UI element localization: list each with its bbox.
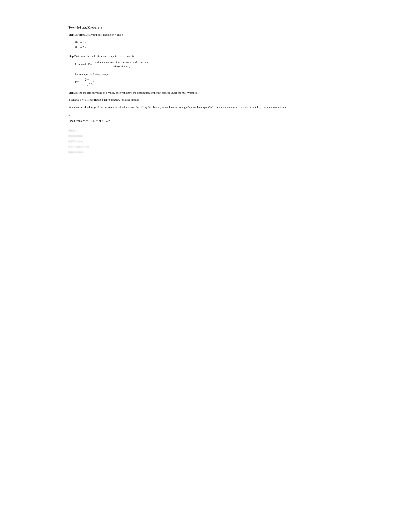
blurred-section: Step 4: ... Decision Rule: If |Zact| > c… bbox=[68, 128, 343, 154]
general-numerator: estimator – mean of the estimator under … bbox=[94, 61, 149, 64]
step3-label: Step 3 bbox=[68, 91, 76, 94]
h0-hypothesis: H0: μY = μ0 bbox=[75, 39, 343, 44]
h1-hypothesis: H1: μY ≠ μ0 bbox=[75, 44, 343, 49]
general-formula: In general, Z = estimator – mean of the … bbox=[75, 61, 343, 68]
step3-text: ) Find the critical values or p-value, o… bbox=[76, 91, 199, 94]
z-act-fraction: Y act − μ0 σy / √n bbox=[84, 78, 95, 86]
equals-sign: = bbox=[80, 81, 82, 84]
step1-heading: Step 1) Formulate Hypothesis, Decide on … bbox=[68, 33, 343, 37]
sigma-squared: σ2 bbox=[98, 26, 100, 29]
step2-heading: Step 2) Assume the null is true and comp… bbox=[68, 55, 343, 58]
step2-text: ) Assume the null is true and compute th… bbox=[76, 55, 135, 57]
hypothesis-block: H0: μY = μ0 H1: μY ≠ μ0 bbox=[75, 39, 343, 49]
blurred-line3: If |Zact| > cv or bbox=[68, 139, 343, 144]
in-general-label: In general, Z = bbox=[75, 63, 92, 66]
or-label: or bbox=[68, 113, 343, 118]
z-act-label: Zact bbox=[75, 80, 79, 84]
blurred-line2: Decision Rule: bbox=[68, 134, 343, 138]
pvalue-text: Find p-value = Pr[t < -|Zact| or t > |Za… bbox=[68, 118, 343, 123]
y-bar-act: Y bbox=[85, 78, 86, 82]
page-title: Two sided test, Known σ2 : bbox=[68, 26, 343, 29]
blurred-line1: Step 4: ... bbox=[68, 128, 343, 133]
critical-values-text: Find the critical values (call the posit… bbox=[68, 105, 343, 110]
step1-label: Step 1 bbox=[68, 33, 76, 36]
step1-text: ) Formulate Hypothesis, Decide on n and … bbox=[76, 33, 123, 36]
general-denominator: stdev(estimator) bbox=[112, 64, 131, 68]
specific-label: For our specific (actual) sample, bbox=[75, 72, 343, 76]
z-act-numerator: Y act − μ0 bbox=[84, 78, 95, 82]
step1-section: Step 1) Formulate Hypothesis, Decide on … bbox=[68, 33, 343, 49]
step2-section: Step 2) Assume the null is true and comp… bbox=[68, 55, 343, 86]
blurred-line5: Reject at size α bbox=[68, 150, 343, 154]
z-act-formula: Zact = Y act − μ0 σy / √n bbox=[75, 78, 343, 86]
step3-section: Step 3) Find the critical values or p-va… bbox=[68, 91, 343, 123]
step3-heading: Step 3) Find the critical values or p-va… bbox=[68, 91, 343, 95]
z-act-denominator: σy / √n bbox=[85, 82, 94, 86]
blurred-line4: if cv < t and cv > t or bbox=[68, 145, 343, 149]
general-fraction: estimator – mean of the estimator under … bbox=[94, 61, 149, 68]
specific-text: For our specific (actual) sample, bbox=[75, 73, 110, 76]
page-content: Two sided test, Known σ2 : Step 1) Formu… bbox=[68, 26, 343, 154]
z-distribution-text: Z follows a N(0, 1) distribution approxi… bbox=[68, 97, 343, 102]
step2-label: Step 2 bbox=[68, 55, 76, 57]
